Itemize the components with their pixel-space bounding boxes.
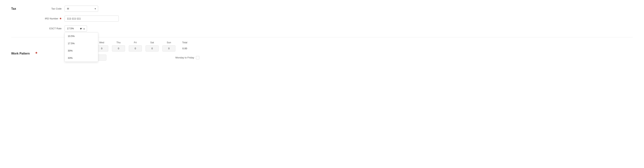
total-value: 0.00 <box>177 47 192 50</box>
work-pattern-content: Wed Thu Fri Sat Sun Total Hours Per Day <box>56 41 633 61</box>
sat-input-wrapper <box>144 45 160 52</box>
sun-header: Sun <box>160 41 177 44</box>
work-pattern-section: Work Pattern ✱ Wed Thu Fri Sat Sun Total <box>11 41 633 61</box>
tax-section: Tax Tax Code M ME SB ▼ <box>11 6 633 32</box>
monday-friday-container: Monday to Friday <box>176 56 199 59</box>
hours-per-week-row: Hours Per Week Monday to Friday <box>56 54 633 61</box>
fri-input-wrapper <box>127 45 144 52</box>
hours-per-day-area: Wed Thu Fri Sat Sun Total Hours Per Day <box>56 41 633 52</box>
hours-per-week-content: Monday to Friday <box>93 54 633 61</box>
monday-friday-checkbox[interactable] <box>196 56 199 59</box>
esct-rate-select[interactable]: 10.5% 17.5% 30% 33% <box>64 26 87 32</box>
tax-section-title: Tax <box>11 6 16 10</box>
tax-fields-col: Tax Code M ME SB ▼ IRD Number ✱ <box>41 6 119 32</box>
thu-input[interactable] <box>112 45 125 52</box>
work-pattern-title: Work Pattern <box>11 50 34 55</box>
work-pattern-required-star: ✱ <box>35 51 38 54</box>
sat-input[interactable] <box>146 45 158 52</box>
sun-input-wrapper <box>160 45 177 52</box>
day-headers-row: Wed Thu Fri Sat Sun Total <box>56 41 633 44</box>
esct-select-wrapper: 10.5% 17.5% 30% 33% ☛ ▼ 10.5% 17.5% <box>64 26 87 32</box>
fri-input[interactable] <box>129 45 142 52</box>
dropdown-item-33[interactable]: 33% <box>65 54 98 62</box>
tax-code-label: Tax Code <box>41 7 62 10</box>
fri-header: Fri <box>127 41 144 44</box>
ird-number-input[interactable] <box>64 16 119 22</box>
monday-friday-label: Monday to Friday <box>176 56 194 59</box>
total-header: Total <box>177 41 192 44</box>
ird-number-label: IRD Number ✱ <box>41 17 62 20</box>
day-inputs-container: 0.00 <box>93 45 192 52</box>
day-headers-inner: Wed Thu Fri Sat Sun Total <box>93 41 192 44</box>
sat-header: Sat <box>144 41 160 44</box>
esct-rate-field-row: ESCT Rate 10.5% 17.5% 30% 33% ☛ ▼ <box>41 26 119 32</box>
page-container: Tax Tax Code M ME SB ▼ <box>0 0 644 168</box>
dropdown-item-10[interactable]: 10.5% <box>65 32 98 40</box>
work-pattern-title-block: Work Pattern ✱ <box>11 41 48 55</box>
thu-header: Thu <box>110 41 127 44</box>
esct-dropdown-menu: 10.5% 17.5% 30% 33% <box>64 32 98 62</box>
tax-code-select[interactable]: M ME SB <box>64 6 98 12</box>
tax-code-select-wrapper: M ME SB ▼ <box>64 6 98 12</box>
thu-input-wrapper <box>110 45 127 52</box>
tax-code-field-row: Tax Code M ME SB ▼ <box>41 6 119 12</box>
sun-input[interactable] <box>162 45 176 52</box>
dropdown-item-17[interactable]: 17.5% <box>65 40 98 47</box>
tax-layout: Tax Tax Code M ME SB ▼ <box>11 6 633 32</box>
tax-title-col: Tax <box>11 6 41 10</box>
dropdown-item-30[interactable]: 30% <box>65 47 98 54</box>
esct-rate-label: ESCT Rate <box>41 27 62 30</box>
ird-required-star: ✱ <box>59 17 62 20</box>
ird-number-field-row: IRD Number ✱ <box>41 16 119 22</box>
hours-per-day-row: Hours Per Day <box>56 45 633 52</box>
